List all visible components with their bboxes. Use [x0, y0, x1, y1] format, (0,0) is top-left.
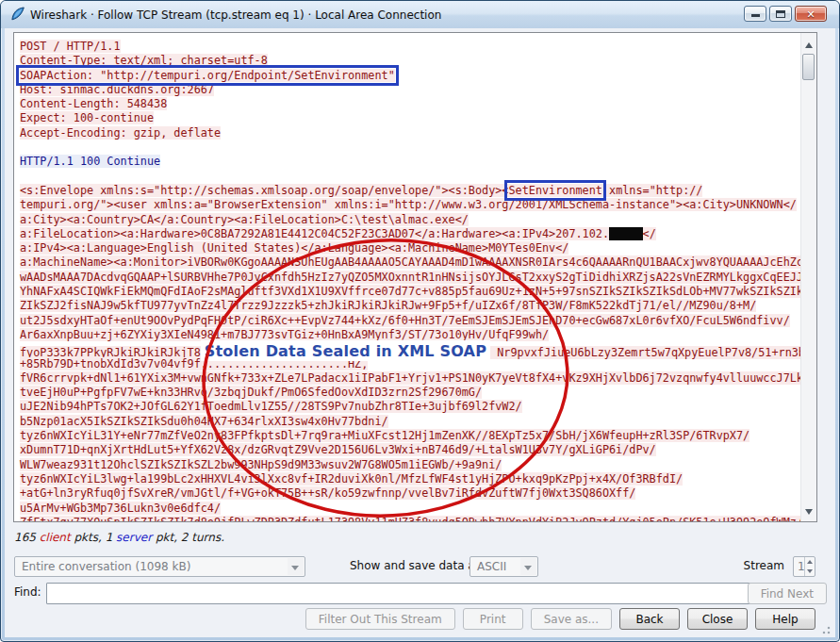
- stepper-buttons[interactable]: [804, 557, 815, 576]
- stream-segment: fVR6crrvpk+dNl1+61YXix3M+vwnGNfk+733x+ZL…: [20, 371, 800, 385]
- show-as-select[interactable]: ASCII: [469, 556, 538, 577]
- stream-line: fVR6crrvpk+dNl1+61YXix3M+vwnGNfk+733x+ZL…: [20, 371, 800, 386]
- find-label: Find:: [14, 585, 41, 599]
- stream-segment: WLW7weaz931t12OhclSZIkSZIkSZL2bw993NHpS9…: [20, 458, 502, 471]
- conversation-select[interactable]: Entire conversation (1098 kB): [14, 556, 305, 577]
- stream-segment: a:City><a:Country>CA</a:Country><a:FileL…: [20, 213, 469, 226]
- scroll-up-icon[interactable]: [805, 42, 813, 48]
- window-title: Wireshark · Follow TCP Stream (tcp.strea…: [30, 8, 441, 22]
- close-button[interactable]: Close: [687, 608, 748, 630]
- resize-grip[interactable]: [819, 623, 831, 634]
- titlebar[interactable]: Wireshark · Follow TCP Stream (tcp.strea…: [1, 1, 839, 28]
- stepper-up-icon[interactable]: [807, 560, 813, 564]
- stream-line: tyz6nWXIcYiL31Y+eNr77mZfVeO2ny83FPfkptsD…: [20, 429, 800, 443]
- status-part: 2 turns.: [181, 531, 224, 544]
- stream-line: tyz6nWXIcYiL3lwg+la199bLc2xHHXVL4vi3lXxc…: [20, 472, 800, 486]
- minimize-icon: [751, 14, 760, 17]
- stream-line: a:IPv4><a:Language>English (United State…: [20, 241, 800, 255]
- help-button[interactable]: Help: [755, 608, 815, 630]
- stream-line: uJE2Nib94hPTs7OK2+JOfGL62Y1fToedmLlv1Z55…: [20, 400, 800, 414]
- stream-segment: tveEjH0uP+PgfpFV7wE+kn33HRvo/3zbqjDukf/P…: [20, 386, 482, 399]
- stream-line: Expect: 100-continue: [20, 111, 800, 125]
- status-part: 1: [106, 531, 116, 544]
- show-as-label: Show and save data as: [350, 559, 481, 572]
- stream-line: xDumnT71D+qnXjXrtHdLut5+YfX62Vz8x/dzGRvq…: [20, 443, 800, 457]
- status-part: server: [116, 531, 152, 544]
- dialog-body: POST / HTTP/1.1Content-Type: text/xml; c…: [5, 28, 835, 637]
- stream-label: Stream: [744, 559, 784, 572]
- wireshark-icon: [9, 6, 26, 23]
- stream-line: Host: sinmac.duckdns.org:2667: [20, 83, 800, 97]
- stream-line: Content-Type: text/xml; charset=utf-8: [20, 54, 800, 68]
- stream-segment: YhNAFxA4SCIQWkFiEkMQmQFdIAoF2sMAgluftf3V…: [20, 285, 800, 298]
- follow-tcp-stream-window: Wireshark · Follow TCP Stream (tcp.strea…: [0, 0, 840, 642]
- stream-segment: a:IPv4><a:Language>English (United State…: [20, 241, 568, 255]
- stream-line: tempuri.org/"><user xmlns:a="BrowserExte…: [20, 198, 800, 212]
- stream-segment: POST / HTTP/1.1: [20, 40, 121, 53]
- redacted-text: XXXXX: [609, 227, 643, 240]
- stream-number-stepper[interactable]: 1: [793, 556, 815, 577]
- scrollbar-thumb[interactable]: [802, 54, 815, 80]
- status-part: client: [40, 531, 71, 544]
- stream-segment: Accept-Encoding: gzip, deflate: [20, 126, 221, 140]
- stream-content-area[interactable]: POST / HTTP/1.1Content-Type: text/xml; c…: [13, 32, 817, 522]
- stream-line: b5Nzp01acX5IkSZIkSZIkSdu0h04HX7+634rlxXI…: [20, 415, 800, 429]
- stream-segment: wAADsMAAA7DAcdvqGQAAP+lSURBVHhe7P0JvCxnf…: [20, 271, 800, 284]
- stream-line: HTTP/1.1 100 Continue: [20, 155, 800, 169]
- stream-segment: Host: sinmac.duckdns.org:2667: [20, 83, 214, 96]
- stream-line: <s:Envelope xmlns:s="http://schemas.xmls…: [20, 184, 800, 198]
- stream-segment: Content-Length: 548438: [20, 97, 167, 110]
- stream-segment: uJE2Nib94hPTs7OK2+JOfGL62Y1fToedmLlv1Z55…: [20, 400, 522, 413]
- vertical-scrollbar[interactable]: [800, 33, 816, 521]
- stream-segment: Nr9pvxfJiueU6bLzy3Zemrt5w7qXpyEuelP7v8/5…: [490, 346, 800, 359]
- stream-line: ZfFtx7qy77XQuSpIkSZIkSZIk7d8e9jfPLwZDP3D…: [20, 516, 800, 521]
- stream-line: POST / HTTP/1.1: [20, 40, 800, 54]
- stream-segment: Ar6axXnpBuu+zj+6ZYXiy3XIeN4981+m7BJ773sv…: [20, 328, 549, 341]
- stream-segment: Expect: 100-continue: [20, 111, 154, 124]
- stream-line: SOAPAction: "http://tempuri.org/Endpoint…: [20, 69, 800, 83]
- stream-segment: HTTP/1.1 100 Continue: [20, 155, 160, 168]
- stream-line: WLW7weaz931t12OhclSZIkSZIkSZL2bw993NHpS9…: [20, 458, 800, 472]
- find-next-button[interactable]: Find Next: [748, 583, 827, 604]
- status-line: 165 client pkts, 1 server pkt, 2 turns.: [14, 531, 224, 544]
- stream-line: [20, 170, 800, 184]
- status-part: pkt,: [152, 531, 181, 544]
- show-as-select-value: ASCII: [477, 560, 506, 573]
- stream-line: wAADsMAAA7DAcdvqGQAAP+lSURBVHhe7P0JvCxnf…: [20, 271, 800, 285]
- stream-segment: tyz6nWXIcYiL31Y+eNr77mZfVeO2ny83FPfkptsD…: [20, 429, 749, 442]
- stream-line: YhNAFxA4SCIQWkFiEkMQmQFdIAoF2sMAgluftf3V…: [20, 285, 800, 299]
- stream-segment: +atG+ln3ryRfuq0jfSvXreR/vmJGtl/f+VG+okT7…: [20, 486, 635, 500]
- print-button[interactable]: Print: [463, 608, 523, 630]
- stream-segment: ZIkSZJ2fisNAJ9w5kfTU977yvTnZz4l7Trzz9Jzz…: [20, 299, 756, 312]
- maximize-button[interactable]: [769, 6, 792, 22]
- status-part: 165: [14, 531, 40, 544]
- stream-segment: Content-Type: text/xml; charset=utf-8: [20, 54, 268, 67]
- status-part: pkts,: [71, 531, 106, 544]
- footer-buttons: Filter Out This StreamPrintSave as...Bac…: [305, 608, 815, 630]
- filter-out-this-stream-button[interactable]: Filter Out This Stream: [305, 608, 455, 630]
- close-button[interactable]: ✕: [795, 6, 827, 22]
- stream-segment: tempuri.org/"><user xmlns:a="BrowserExte…: [20, 198, 797, 211]
- stream-text[interactable]: POST / HTTP/1.1Content-Type: text/xml; c…: [14, 33, 800, 521]
- callout-annotation: Stolen Data Sealed in XML SOAP: [201, 340, 490, 361]
- stream-line: ut2J5sdxyHTaOf+enUt9OOvPydPqFH0tP/ciR6Xc…: [20, 314, 800, 328]
- minimize-button[interactable]: [744, 6, 766, 22]
- stream-segment: tyz6nWXIcYiL3lwg+la199bLc2xHHXVL4vi3lXxc…: [20, 472, 683, 486]
- stream-line: ZIkSZJ2fisNAJ9w5kfTU977yvTnZz4l7Trzz9Jzz…: [20, 299, 800, 313]
- save-as-button[interactable]: Save as...: [531, 608, 612, 630]
- highlight-box-text: SetEnvironment: [508, 184, 601, 197]
- stream-segment: u5ArMv+WGb3Mp736Lukn3v0e6dfc4/: [20, 502, 221, 515]
- highlight-box-text: SOAPAction: "http://tempuri.org/Endpoint…: [20, 69, 395, 82]
- scroll-down-icon[interactable]: [805, 509, 813, 515]
- stream-segment: ut2J5sdxyHTaOf+enUt9OOvPydPqFH0tP/ciR6Xc…: [20, 314, 790, 327]
- stream-line: [20, 140, 800, 155]
- chevron-down-icon: [520, 558, 536, 575]
- stream-line: a:MachineName><a:Monitor>iVBORw0KGgoAAAA…: [20, 255, 800, 270]
- window-controls: ✕: [744, 6, 827, 22]
- find-input[interactable]: [46, 583, 766, 604]
- conversation-select-value: Entire conversation (1098 kB): [22, 560, 190, 573]
- stream-line: tveEjH0uP+PgfpFV7wE+kn33HRvo/3zbqjDukf/P…: [20, 386, 800, 400]
- back-button[interactable]: Back: [619, 608, 680, 630]
- stream-segment: <s:Envelope xmlns:s="http://schemas.xmls…: [20, 184, 508, 197]
- stepper-down-icon[interactable]: [807, 569, 813, 573]
